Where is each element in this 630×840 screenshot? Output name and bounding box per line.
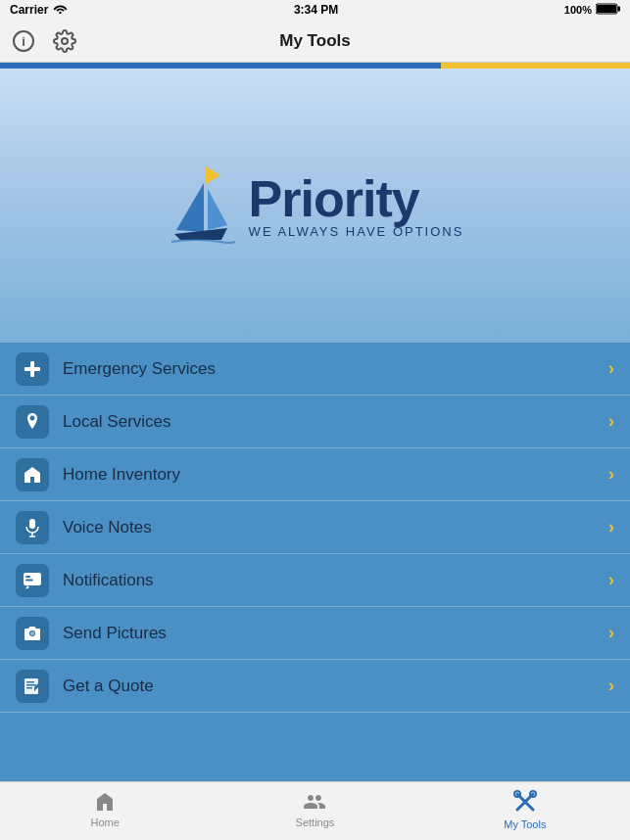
- notifications-icon-box: [16, 564, 49, 597]
- home-chevron: ›: [608, 464, 614, 485]
- voice-icon-box: [16, 511, 49, 544]
- wifi-icon: [53, 3, 68, 17]
- camera-icon: [23, 624, 42, 643]
- svg-rect-2: [617, 7, 620, 12]
- pencil-icon: [23, 677, 42, 696]
- local-chevron: ›: [608, 411, 614, 432]
- home-icon-box: [16, 458, 49, 491]
- voice-label: Voice Notes: [63, 518, 608, 537]
- svg-point-0: [60, 12, 62, 14]
- svg-marker-6: [206, 166, 220, 184]
- menu-item-emergency[interactable]: Emergency Services ›: [0, 343, 630, 396]
- status-bar-right: 100%: [564, 3, 620, 17]
- local-icon-box: [16, 405, 49, 439]
- mic-icon: [23, 518, 42, 537]
- menu-item-notifications[interactable]: Notifications ›: [0, 554, 630, 607]
- svg-rect-21: [26, 684, 36, 686]
- pictures-icon-box: [16, 617, 49, 650]
- svg-point-18: [30, 631, 34, 635]
- info-icon[interactable]: i: [10, 27, 37, 55]
- logo-text-area: Priority WE ALWAYS HAVE OPTIONS: [249, 173, 464, 239]
- menu-list: Emergency Services › Local Services › Ho…: [0, 343, 630, 781]
- app-container: Carrier 3:34 PM 100%: [0, 0, 630, 840]
- menu-item-quote[interactable]: Get a Quote ›: [0, 660, 630, 713]
- svg-rect-20: [26, 681, 34, 683]
- pin-icon: [23, 412, 42, 432]
- home-label: Home Inventory: [63, 465, 608, 485]
- tab-settings-label: Settings: [296, 817, 335, 828]
- battery-icon: [596, 3, 620, 17]
- tab-home[interactable]: Home: [0, 782, 210, 840]
- nav-bar-icons: i: [10, 27, 78, 55]
- plus-icon: [23, 359, 42, 379]
- pictures-label: Send Pictures: [63, 624, 608, 643]
- time-label: 3:34 PM: [294, 3, 338, 17]
- battery-label: 100%: [564, 4, 592, 16]
- svg-rect-13: [25, 576, 30, 578]
- tab-settings-icon: [303, 790, 326, 814]
- tab-home-icon: [93, 790, 117, 814]
- quote-chevron: ›: [608, 676, 614, 696]
- svg-rect-8: [24, 367, 40, 371]
- emergency-icon-box: [16, 352, 49, 386]
- tab-bar: Home Settings My Tools: [0, 781, 630, 840]
- logo-container: Priority WE ALWAYS HAVE OPTIONS: [167, 162, 464, 250]
- svg-rect-14: [25, 579, 33, 581]
- nav-bar: i My Tools: [0, 20, 630, 63]
- brand-name: Priority: [249, 173, 464, 224]
- status-bar: Carrier 3:34 PM 100%: [0, 0, 630, 20]
- svg-rect-3: [597, 5, 616, 13]
- quote-label: Get a Quote: [63, 677, 608, 696]
- svg-text:i: i: [22, 34, 25, 49]
- svg-rect-9: [29, 519, 35, 529]
- notifications-label: Notifications: [63, 571, 608, 590]
- pictures-chevron: ›: [608, 623, 614, 643]
- emergency-label: Emergency Services: [63, 359, 608, 379]
- hero-area: Priority WE ALWAYS HAVE OPTIONS: [0, 69, 630, 343]
- house-icon: [23, 465, 42, 485]
- emergency-chevron: ›: [608, 358, 614, 379]
- svg-rect-16: [33, 574, 39, 584]
- tab-mytools[interactable]: My Tools: [420, 782, 630, 840]
- sailboat-icon: [167, 162, 245, 250]
- menu-item-pictures[interactable]: Send Pictures ›: [0, 607, 630, 660]
- tab-mytools-label: My Tools: [504, 818, 546, 830]
- status-bar-left: Carrier: [10, 3, 68, 17]
- svg-rect-22: [26, 687, 32, 689]
- quote-icon-box: [16, 670, 49, 703]
- carrier-label: Carrier: [10, 3, 48, 17]
- voice-chevron: ›: [608, 517, 614, 537]
- notifications-chevron: ›: [608, 570, 614, 590]
- menu-item-home[interactable]: Home Inventory ›: [0, 448, 630, 501]
- chat-icon: [23, 571, 42, 590]
- settings-icon[interactable]: [51, 27, 78, 55]
- brand-tagline: WE ALWAYS HAVE OPTIONS: [249, 224, 464, 239]
- tab-mytools-icon: [511, 788, 539, 816]
- tab-home-label: Home: [90, 817, 119, 828]
- menu-item-local[interactable]: Local Services ›: [0, 396, 630, 448]
- local-label: Local Services: [63, 412, 608, 432]
- nav-title: My Tools: [279, 31, 350, 51]
- menu-item-voice[interactable]: Voice Notes ›: [0, 501, 630, 554]
- tab-settings[interactable]: Settings: [210, 782, 419, 840]
